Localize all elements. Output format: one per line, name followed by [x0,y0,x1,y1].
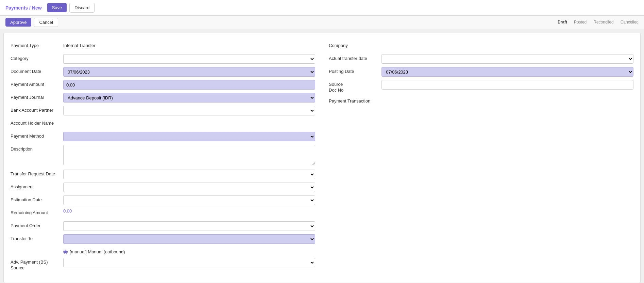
estimation-date-row: Estimation Date [11,195,315,205]
document-date-select[interactable]: 07/06/2023 [63,67,315,77]
posting-date-control: 07/06/2023 [382,67,633,77]
payment-amount-label: Payment Amount [11,80,63,88]
payment-amount-row: Payment Amount [11,80,315,90]
discard-button[interactable]: Discard [69,3,95,13]
assignment-row: Assignment [11,183,315,192]
assignment-control [63,183,315,192]
bank-account-partner-label: Bank Account Partner [11,106,63,113]
description-label: Description [11,145,63,152]
estimation-date-select[interactable] [63,195,315,205]
category-control [63,54,315,64]
payment-type-row: Payment Type Internal Transfer [11,41,315,51]
transfer-to-label: Transfer To [11,234,63,242]
payment-amount-input[interactable] [63,80,315,90]
account-holder-name-row: Account Holder Name [11,119,315,128]
estimation-date-control [63,195,315,205]
category-label: Category [11,54,63,62]
payment-order-row: Payment Order [11,221,315,231]
right-column: Company Actual transfer date Posting Dat… [329,41,633,274]
payment-transaction-label: Payment Transaction [329,97,382,104]
source-doc-no-input[interactable] [382,80,633,90]
main-content: Payment Type Internal Transfer Category … [3,33,641,283]
transfer-to-select[interactable] [63,234,315,244]
estimation-date-label: Estimation Date [11,195,63,203]
payment-journal-label: Payment Journal [11,93,63,100]
posting-date-select[interactable]: 07/06/2023 [382,67,633,77]
document-date-row: Document Date 07/06/2023 [11,67,315,77]
action-bar: Approve Cancel Draft Posted Reconciled C… [0,16,644,29]
actual-transfer-date-select[interactable] [382,54,633,64]
manual-radio-label: [manual] Manual (outbound) [70,249,125,254]
payment-amount-control [63,80,315,90]
status-posted: Posted [574,20,587,25]
actual-transfer-date-control [382,54,633,64]
breadcrumb-parent[interactable]: Payments [5,5,28,11]
left-column: Payment Type Internal Transfer Category … [11,41,315,274]
assignment-select[interactable] [63,183,315,192]
manual-radio-row: [manual] Manual (outbound) [63,249,315,254]
source-doc-no-control [382,80,633,90]
transfer-request-date-label: Transfer Request Date [11,170,63,177]
transfer-to-row: Transfer To [11,234,315,244]
payment-transaction-row: Payment Transaction [329,97,633,106]
description-row: Description [11,145,315,166]
status-cancelled: Cancelled [621,20,639,25]
assignment-label: Assignment [11,183,63,190]
breadcrumb: Payments / New [5,5,42,11]
actual-transfer-date-row: Actual transfer date [329,54,633,64]
cancel-button[interactable]: Cancel [34,18,58,27]
description-control [63,145,315,166]
manual-radio[interactable] [63,250,68,254]
payment-order-label: Payment Order [11,221,63,229]
posting-date-label: Posting Date [329,67,382,75]
payment-journal-row: Payment Journal Advance Deposit (IDR) [11,93,315,103]
actual-transfer-date-label: Actual transfer date [329,54,382,62]
payment-order-select[interactable] [63,221,315,231]
category-row: Category [11,54,315,64]
payment-type-value: Internal Transfer [63,41,315,48]
status-bar: Draft Posted Reconciled Cancelled [558,20,639,25]
payment-method-select[interactable] [63,132,315,141]
company-row: Company [329,41,633,51]
remaining-amount-value: 0.00 [63,207,72,214]
adv-payment-label: Adv. Payment (BS) Source [11,258,63,271]
bank-account-partner-control [63,106,315,115]
approve-button[interactable]: Approve [5,18,31,27]
source-doc-no-label: SourceDoc No [329,80,382,93]
payment-method-label: Payment Method [11,132,63,139]
posting-date-row: Posting Date 07/06/2023 [329,67,633,77]
remaining-amount-row: Remaining Amount 0.00 [11,208,315,218]
status-draft: Draft [558,20,567,25]
adv-payment-select[interactable] [63,258,315,267]
breadcrumb-current: New [32,5,42,11]
status-reconciled: Reconciled [593,20,613,25]
document-date-label: Document Date [11,67,63,75]
bank-account-partner-select[interactable] [63,106,315,115]
payment-method-control [63,132,315,141]
document-date-control: 07/06/2023 [63,67,315,77]
category-select[interactable] [63,54,315,64]
transfer-request-date-row: Transfer Request Date [11,170,315,179]
top-bar: Payments / New Save Discard [0,0,644,16]
payment-type-label: Payment Type [11,41,63,49]
save-button[interactable]: Save [47,3,67,12]
account-holder-name-label: Account Holder Name [11,119,63,126]
form-grid: Payment Type Internal Transfer Category … [11,41,633,274]
payment-method-row: Payment Method [11,132,315,141]
payment-journal-control: Advance Deposit (IDR) [63,93,315,103]
transfer-request-date-select[interactable] [63,170,315,179]
company-label: Company [329,41,382,49]
bank-account-partner-row: Bank Account Partner [11,106,315,115]
transfer-request-date-control [63,170,315,179]
transfer-to-control [63,234,315,244]
adv-payment-row: Adv. Payment (BS) Source [11,258,315,271]
description-textarea[interactable] [63,145,315,165]
source-doc-no-row: SourceDoc No [329,80,633,93]
adv-payment-control [63,258,315,267]
remaining-amount-control: 0.00 [63,208,315,214]
payment-type-text: Internal Transfer [63,41,96,48]
payment-order-control [63,221,315,231]
breadcrumb-separator: / [29,5,31,11]
remaining-amount-label: Remaining Amount [11,208,63,216]
payment-journal-select[interactable]: Advance Deposit (IDR) [63,93,315,103]
